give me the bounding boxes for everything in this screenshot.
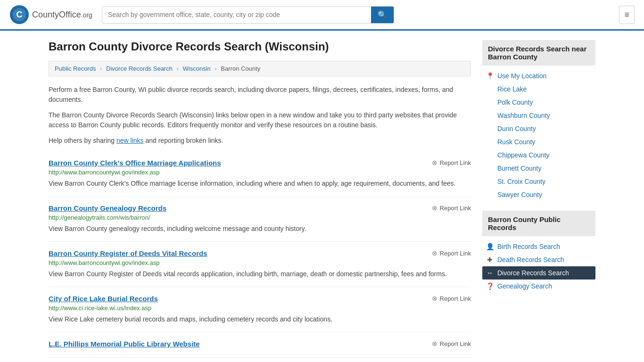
report-icon: ⊗ [432, 204, 438, 212]
nearby-link-label: Rice Lake [497, 85, 527, 93]
nearby-link[interactable]: Rice Lake [482, 82, 595, 96]
logo-text: CountyOffice.org [32, 10, 92, 20]
report-icon: ⊗ [432, 159, 438, 166]
record-item-header: L.E. Phillips Memorial Public Library We… [49, 340, 471, 348]
records-list: Barron County Clerk's Office Marriage Ap… [49, 151, 471, 358]
nearby-link-label: Dunn County [497, 125, 536, 132]
report-link-button[interactable]: ⊗ Report Link [432, 295, 471, 302]
search-bar: 🔍 [102, 6, 394, 24]
breadcrumb: Public Records › Divorce Records Search … [49, 61, 471, 76]
breadcrumb-sep-2: › [177, 65, 179, 72]
record-title-link[interactable]: L.E. Phillips Memorial Public Library We… [49, 340, 200, 348]
record-item: Barron County Genealogy Records ⊗ Report… [49, 197, 471, 242]
record-title-link[interactable]: City of Rice Lake Burial Records [49, 295, 158, 303]
record-url: http://www.barroncountywi.gov/index.asp [49, 259, 471, 266]
record-description: View Barron County Clerk's Office marria… [49, 179, 471, 189]
public-record-icon: ❓ [486, 282, 494, 290]
nearby-link-label: Use My Location [497, 72, 546, 80]
public-record-link[interactable]: ❓Genealogy Search [482, 280, 595, 293]
record-item-header: City of Rice Lake Burial Records ⊗ Repor… [49, 295, 471, 303]
public-record-label: Birth Records Search [497, 243, 560, 250]
hamburger-icon: ≡ [624, 10, 629, 19]
report-link-label: Report Link [440, 340, 471, 347]
public-record-label: Genealogy Search [497, 282, 552, 290]
nearby-link[interactable]: 📍Use My Location [482, 69, 595, 82]
new-links-link[interactable]: new links [116, 137, 144, 144]
description-2: The Barron County Divorce Records Search… [49, 110, 471, 130]
record-item: Barron County Register of Deeds Vital Re… [49, 242, 471, 287]
report-link-label: Report Link [440, 205, 471, 212]
nearby-link[interactable]: Dunn County [482, 122, 595, 135]
record-title-link[interactable]: Barron County Genealogy Records [49, 204, 166, 212]
breadcrumb-public-records[interactable]: Public Records [55, 65, 96, 72]
record-item-header: Barron County Genealogy Records ⊗ Report… [49, 204, 471, 212]
public-record-icon: ✚ [486, 256, 494, 263]
search-input[interactable] [102, 7, 371, 23]
content-area: Barron County Divorce Records Search (Wi… [49, 40, 471, 358]
record-item: L.E. Phillips Memorial Public Library We… [49, 332, 471, 358]
nearby-link-label: Burnett County [497, 165, 541, 172]
record-item: City of Rice Lake Burial Records ⊗ Repor… [49, 287, 471, 332]
logo-icon: C [9, 5, 29, 25]
report-link-button[interactable]: ⊗ Report Link [432, 249, 471, 257]
public-record-icon: 👤 [486, 243, 494, 250]
record-url: http://genealogytrails.com/wis/barron/ [49, 214, 471, 221]
nearby-link[interactable]: Burnett County [482, 162, 595, 175]
menu-button[interactable]: ≡ [619, 6, 635, 24]
nearby-link[interactable]: Chippewa County [482, 148, 595, 162]
record-url: http://www.ci.rice-lake.wi.us/index.asp [49, 304, 471, 312]
nearby-section-title: Divorce Records Search near Barron Count… [482, 40, 595, 66]
public-record-link[interactable]: ↔Divorce Records Search [482, 266, 595, 280]
record-item-header: Barron County Register of Deeds Vital Re… [49, 249, 471, 257]
nearby-link[interactable]: Sawyer County [482, 188, 595, 201]
nearby-link-label: St. Croix County [497, 178, 545, 185]
breadcrumb-wisconsin[interactable]: Wisconsin [183, 65, 211, 72]
description-3: Help others by sharing new links and rep… [49, 136, 471, 146]
report-icon: ⊗ [432, 340, 438, 347]
nearby-link[interactable]: Washburn County [482, 109, 595, 122]
record-item-header: Barron County Clerk's Office Marriage Ap… [49, 159, 471, 167]
report-icon: ⊗ [432, 249, 438, 257]
nearby-section: Divorce Records Search near Barron Count… [482, 40, 595, 201]
report-link-button[interactable]: ⊗ Report Link [432, 340, 471, 347]
nearby-link-label: Chippewa County [497, 151, 550, 159]
record-title-link[interactable]: Barron County Clerk's Office Marriage Ap… [49, 159, 221, 167]
public-record-label: Death Records Search [497, 256, 564, 263]
nearby-link-label: Polk County [497, 99, 533, 106]
breadcrumb-sep-1: › [100, 65, 102, 72]
record-item: Barron County Clerk's Office Marriage Ap… [49, 151, 471, 197]
public-record-link[interactable]: 👤Birth Records Search [482, 240, 595, 253]
page-title: Barron County Divorce Records Search (Wi… [49, 40, 471, 53]
nearby-link-label: Washburn County [497, 112, 550, 119]
nearby-link-label: Sawyer County [497, 191, 542, 198]
site-header: C CountyOffice.org 🔍 ≡ [0, 0, 644, 31]
nearby-links: 📍Use My LocationRice LakePolk CountyWash… [482, 69, 595, 201]
main-container: Barron County Divorce Records Search (Wi… [39, 31, 605, 362]
public-records-links: 👤Birth Records Search✚Death Records Sear… [482, 240, 595, 293]
logo[interactable]: C CountyOffice.org [9, 5, 92, 25]
breadcrumb-divorce-records[interactable]: Divorce Records Search [106, 65, 173, 72]
svg-text:C: C [17, 10, 23, 19]
report-link-button[interactable]: ⊗ Report Link [432, 204, 471, 212]
nearby-link[interactable]: Polk County [482, 96, 595, 109]
public-records-section-title: Barron County Public Records [482, 211, 595, 236]
breadcrumb-current: Barron County [221, 65, 260, 72]
search-button[interactable]: 🔍 [371, 7, 394, 23]
location-icon: 📍 [486, 72, 494, 80]
report-icon: ⊗ [432, 295, 438, 302]
report-link-button[interactable]: ⊗ Report Link [432, 159, 471, 166]
record-description: View Barron County genealogy records, in… [49, 224, 471, 234]
search-icon: 🔍 [378, 11, 387, 19]
public-record-label: Divorce Records Search [497, 269, 569, 277]
record-description: View Rice Lake cemetery burial records a… [49, 314, 471, 324]
description-1: Perform a free Barron County, WI public … [49, 85, 471, 105]
nearby-link[interactable]: Rusk County [482, 135, 595, 148]
nearby-link-label: Rusk County [497, 138, 535, 146]
public-record-icon: ↔ [486, 269, 494, 277]
record-url: http://www.barroncountywi.gov/index.asp [49, 169, 471, 176]
breadcrumb-sep-3: › [215, 65, 216, 72]
record-description: View Barron County Register of Deeds vit… [49, 269, 471, 279]
public-record-link[interactable]: ✚Death Records Search [482, 253, 595, 266]
record-title-link[interactable]: Barron County Register of Deeds Vital Re… [49, 249, 207, 257]
nearby-link[interactable]: St. Croix County [482, 175, 595, 188]
